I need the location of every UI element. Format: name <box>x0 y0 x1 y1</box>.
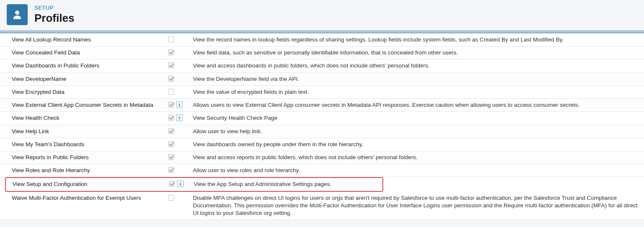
page-header: SETUP Profiles <box>0 0 644 30</box>
permission-description: View Security Health Check Page <box>185 114 644 122</box>
highlighted-permission-row: View Setup and Configuration i View the … <box>5 177 383 191</box>
setup-label: SETUP <box>34 5 74 11</box>
permission-name: View DeveloperName <box>0 75 167 83</box>
permission-description: View the DeveloperName field via the API… <box>185 75 644 83</box>
permission-check-cell <box>167 36 175 42</box>
permission-checkbox[interactable] <box>168 102 174 108</box>
permission-row: View Concealed Field Data View field dat… <box>0 46 644 59</box>
permission-checkbox[interactable] <box>169 181 175 187</box>
permission-check-cell <box>167 75 175 82</box>
permission-check-cell <box>167 194 175 201</box>
permission-checkbox[interactable] <box>168 195 174 201</box>
page-title: Profiles <box>34 12 74 25</box>
info-icon[interactable]: i <box>176 101 183 108</box>
permission-row: View Health Check i View Security Health… <box>0 112 644 125</box>
permission-description: View the App Setup and Administrative Se… <box>186 181 382 188</box>
permission-name: View All Lookup Record Names <box>0 36 167 44</box>
permission-description: View dashboards owned by people under th… <box>185 141 644 148</box>
info-icon[interactable]: i <box>177 181 184 187</box>
permission-row: View External Client App Consumer Secret… <box>0 99 644 112</box>
permission-checkbox[interactable] <box>168 62 174 68</box>
permission-checkbox[interactable] <box>168 36 174 42</box>
permission-check-cell <box>167 167 175 173</box>
permission-checkbox[interactable] <box>168 167 174 173</box>
permission-description: View and access dashboards in public fol… <box>185 62 644 70</box>
permission-checkbox[interactable] <box>168 76 174 82</box>
permission-row: View Dashboards in Public Folders View a… <box>0 59 644 72</box>
permission-info-cell: i <box>176 181 186 187</box>
permission-name: Waive Multi-Factor Authentication for Ex… <box>0 194 167 202</box>
permission-row: Waive Multi-Factor Authentication for Ex… <box>0 192 644 220</box>
permission-check-cell <box>167 128 175 134</box>
permission-check-cell <box>168 181 176 187</box>
header-divider <box>0 30 644 34</box>
permission-row: View Setup and Configuration i View the … <box>6 178 382 191</box>
permission-checkbox[interactable] <box>168 89 174 95</box>
info-icon[interactable]: i <box>176 114 183 121</box>
permission-row: View Help Link Allow user to view help l… <box>0 125 644 138</box>
permission-description: View and access reports in public folder… <box>185 154 644 161</box>
permission-description: Allow user to view help link. <box>185 128 644 135</box>
permission-info-cell: i <box>175 101 185 108</box>
permission-row: View All Lookup Record Names View the re… <box>0 34 644 46</box>
permission-description: Allow user to view roles and role hierar… <box>185 167 644 174</box>
svg-point-0 <box>15 10 19 15</box>
permission-description: View field data, such as sensitive or pe… <box>185 49 644 57</box>
permission-description: View the value of encrypted fields in pl… <box>185 88 644 96</box>
permission-name: View External Client App Consumer Secret… <box>0 101 167 109</box>
permissions-table: View All Lookup Record Names View the re… <box>0 34 644 220</box>
permission-name: View Roles and Role Hierarchy <box>0 167 167 174</box>
profile-icon <box>7 4 28 25</box>
permission-check-cell <box>167 101 175 108</box>
permission-check-cell <box>167 49 175 55</box>
permission-name: View Reports in Public Folders <box>0 154 167 161</box>
permission-name: View Encrypted Data <box>0 88 167 96</box>
permission-name: View Concealed Field Data <box>0 49 167 57</box>
permission-name: View Help Link <box>0 128 167 135</box>
permission-description: Allows users to view External Client App… <box>185 101 644 109</box>
permission-name: View Dashboards in Public Folders <box>0 62 167 70</box>
permission-check-cell <box>167 154 175 160</box>
permission-row: View Roles and Role Hierarchy Allow user… <box>0 164 644 177</box>
permission-check-cell <box>167 114 175 121</box>
permission-row: View Encrypted Data View the value of en… <box>0 86 644 99</box>
permission-description: Disable MFA challenges on direct UI logi… <box>185 194 644 217</box>
permission-row: View My Team's Dashboards View dashboard… <box>0 138 644 151</box>
permission-checkbox[interactable] <box>168 49 174 55</box>
permission-checkbox[interactable] <box>168 154 174 160</box>
permission-checkbox[interactable] <box>168 141 174 147</box>
permission-check-cell <box>167 62 175 68</box>
header-text: SETUP Profiles <box>34 5 74 25</box>
permission-row: View DeveloperName View the DeveloperNam… <box>0 73 644 86</box>
permission-name: View My Team's Dashboards <box>0 141 167 148</box>
permission-check-cell <box>167 88 175 95</box>
person-icon <box>11 9 23 21</box>
permission-description: View the record names in lookup fields r… <box>185 36 644 44</box>
permission-check-cell <box>167 141 175 147</box>
permission-info-cell: i <box>175 114 185 121</box>
permission-row: View Reports in Public Folders View and … <box>0 151 644 164</box>
permission-checkbox[interactable] <box>168 128 174 134</box>
permission-name: View Health Check <box>0 114 167 122</box>
permission-name: View Setup and Configuration <box>6 181 168 188</box>
permission-checkbox[interactable] <box>168 115 174 121</box>
